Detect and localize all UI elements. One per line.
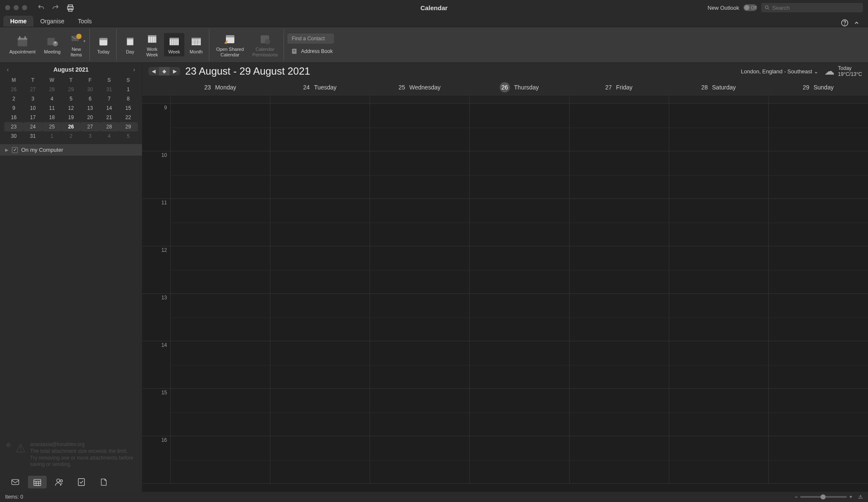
- mini-calendar-day[interactable]: 2: [61, 131, 81, 141]
- weather-location[interactable]: London, England - Southeast ⌄: [741, 68, 818, 75]
- mini-calendar-day[interactable]: 18: [42, 113, 61, 122]
- meeting-button[interactable]: Meeting: [41, 33, 64, 56]
- mini-calendar-day[interactable]: 28: [42, 85, 61, 94]
- calendar-checkbox[interactable]: [12, 147, 18, 153]
- calendar-list-on-my-computer[interactable]: ▶ On my Computer: [0, 144, 142, 156]
- new-outlook-toggle[interactable]: Off: [743, 4, 757, 11]
- mail-rail-button[interactable]: [6, 476, 25, 488]
- prev-month-button[interactable]: ‹: [4, 65, 11, 74]
- new-items-button[interactable]: ▾ New Items: [66, 31, 87, 59]
- mini-calendar-day[interactable]: 3: [81, 131, 100, 141]
- search-input[interactable]: [772, 5, 860, 11]
- time-slot[interactable]: [569, 294, 669, 341]
- time-slot[interactable]: [569, 199, 669, 246]
- zoom-window-icon[interactable]: [22, 5, 27, 10]
- time-slot[interactable]: [669, 294, 768, 341]
- time-slot[interactable]: [768, 104, 868, 151]
- weather-widget[interactable]: ☁ Today 19°C/13°C: [824, 65, 862, 77]
- mini-calendar-day[interactable]: 29: [119, 122, 138, 131]
- time-slot[interactable]: [768, 436, 868, 483]
- undo-icon[interactable]: [37, 4, 45, 11]
- time-slot[interactable]: [669, 199, 768, 246]
- time-slot[interactable]: [170, 341, 270, 388]
- redo-icon[interactable]: [52, 4, 59, 11]
- time-slot[interactable]: [469, 389, 569, 436]
- time-slot[interactable]: [569, 246, 669, 293]
- time-slot[interactable]: [469, 294, 569, 341]
- day-header[interactable]: 28Saturday: [669, 80, 768, 95]
- time-slot[interactable]: [170, 294, 270, 341]
- time-slot[interactable]: [270, 389, 370, 436]
- expand-icon[interactable]: ▶: [5, 148, 8, 152]
- calendar-rail-button[interactable]: [28, 476, 47, 488]
- time-slot[interactable]: [370, 294, 469, 341]
- search-box[interactable]: [761, 3, 863, 12]
- time-slot[interactable]: [170, 246, 270, 293]
- time-slot[interactable]: [270, 436, 370, 483]
- time-grid[interactable]: 910111213141516: [142, 104, 868, 492]
- mini-calendar-day[interactable]: 2: [4, 94, 23, 103]
- time-slot[interactable]: [270, 104, 370, 151]
- appointment-button[interactable]: Appointment: [6, 33, 39, 56]
- next-month-button[interactable]: ›: [131, 65, 138, 74]
- notes-rail-button[interactable]: [94, 476, 113, 488]
- time-slot[interactable]: [669, 341, 768, 388]
- time-slot[interactable]: [768, 246, 868, 293]
- time-slot[interactable]: [370, 341, 469, 388]
- mini-calendar-day[interactable]: 28: [100, 122, 119, 131]
- mini-calendar-day[interactable]: 13: [81, 103, 100, 113]
- minimize-window-icon[interactable]: [14, 5, 19, 10]
- help-icon[interactable]: [841, 19, 849, 27]
- address-book-button[interactable]: Address Book: [287, 46, 336, 56]
- time-slot[interactable]: [768, 199, 868, 246]
- tab-tools[interactable]: Tools: [71, 16, 99, 27]
- day-header[interactable]: 29Sunday: [768, 80, 868, 95]
- mini-calendar-day[interactable]: 23: [4, 122, 23, 131]
- work-week-button[interactable]: Work Week: [142, 31, 162, 59]
- mini-calendar-day[interactable]: 22: [119, 113, 138, 122]
- tab-home[interactable]: Home: [3, 16, 33, 27]
- time-slot[interactable]: [569, 389, 669, 436]
- time-slot[interactable]: [469, 341, 569, 388]
- mini-calendar-day[interactable]: 27: [23, 85, 42, 94]
- mini-calendar-day[interactable]: 31: [23, 131, 42, 141]
- time-slot[interactable]: [469, 436, 569, 483]
- time-slot[interactable]: [569, 436, 669, 483]
- collapse-ribbon-icon[interactable]: [854, 20, 860, 26]
- time-slot[interactable]: [370, 389, 469, 436]
- mini-calendar-day[interactable]: 5: [119, 131, 138, 141]
- mini-calendar-day[interactable]: 30: [4, 131, 23, 141]
- zoom-control[interactable]: − +: [795, 494, 852, 500]
- mini-calendar-day[interactable]: 8: [119, 94, 138, 103]
- close-window-icon[interactable]: [5, 5, 10, 10]
- day-view-button[interactable]: Day: [120, 33, 140, 56]
- time-slot[interactable]: [270, 246, 370, 293]
- zoom-slider[interactable]: [800, 496, 847, 498]
- zoom-out-icon[interactable]: −: [795, 494, 798, 500]
- mini-calendar-day[interactable]: 9: [4, 103, 23, 113]
- day-header[interactable]: 25Wednesday: [370, 80, 469, 95]
- time-slot[interactable]: [469, 151, 569, 198]
- mini-calendar-day[interactable]: 5: [61, 94, 81, 103]
- open-shared-calendar-button[interactable]: Open Shared Calendar: [213, 31, 247, 59]
- mini-calendar-day[interactable]: 30: [81, 85, 100, 94]
- time-slot[interactable]: [669, 246, 768, 293]
- time-slot[interactable]: [669, 104, 768, 151]
- time-slot[interactable]: [768, 151, 868, 198]
- time-slot[interactable]: [370, 151, 469, 198]
- find-contact-input[interactable]: Find a Contact: [287, 33, 334, 44]
- time-slot[interactable]: [669, 151, 768, 198]
- mini-calendar-day[interactable]: 16: [4, 113, 23, 122]
- mini-calendar-day[interactable]: 12: [61, 103, 81, 113]
- mini-calendar-day[interactable]: 19: [61, 113, 81, 122]
- mini-calendar-day[interactable]: 7: [100, 94, 119, 103]
- time-slot[interactable]: [569, 104, 669, 151]
- prev-week-button[interactable]: ◀: [148, 67, 159, 75]
- today-nav-button[interactable]: ◆: [159, 67, 170, 75]
- time-slot[interactable]: [370, 104, 469, 151]
- mini-calendar-day[interactable]: 1: [42, 131, 61, 141]
- mini-calendar-day[interactable]: 26: [4, 85, 23, 94]
- week-view-button[interactable]: Week: [164, 33, 184, 56]
- day-header[interactable]: 26Thursday: [469, 80, 569, 95]
- people-rail-button[interactable]: [50, 476, 69, 488]
